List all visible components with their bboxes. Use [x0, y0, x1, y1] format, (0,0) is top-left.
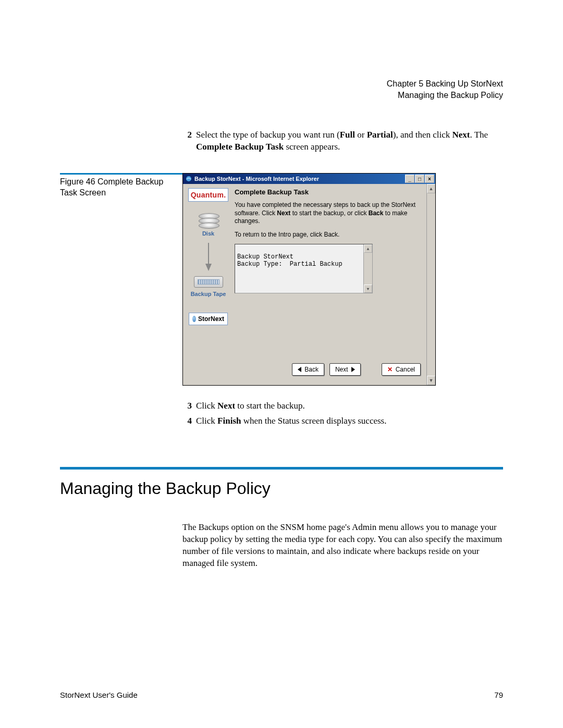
step-text: Click Next to start the backup.: [196, 400, 305, 412]
backup-summary-box: Backup StorNext Backup Type: Partial Bac…: [235, 244, 373, 293]
cancel-button-label: Cancel: [396, 366, 415, 373]
next-button-label: Next: [335, 366, 348, 373]
step-text: Click Finish when the Status screen disp…: [196, 415, 386, 427]
wizard-title: Complete Backup Task: [235, 188, 421, 196]
close-icon[interactable]: ×: [425, 175, 434, 183]
triangle-left-icon: [298, 367, 301, 372]
step-text: Select the type of backup you want run (…: [196, 129, 503, 153]
wizard-main-panel: Complete Backup Task You have completed …: [230, 187, 432, 349]
header-subtitle: Managing the Backup Policy: [60, 90, 503, 101]
footer-page-number: 79: [494, 690, 503, 699]
window-scrollbar[interactable]: ▲ ▼: [426, 184, 435, 385]
quantum-logo: Quantum.: [188, 188, 229, 202]
summary-line-1: Backup StorNext: [237, 253, 293, 261]
tape-drive-icon: Backup Tape: [191, 276, 226, 297]
section-body: The Backups option on the SNSM home page…: [182, 522, 503, 570]
stornext-glyph-icon: [192, 316, 196, 322]
minimize-icon[interactable]: _: [405, 175, 414, 183]
wizard-sidebar: Quantum. Disk: [186, 187, 230, 349]
disk-icon: Disk: [199, 213, 218, 237]
wizard-paragraph-1: You have completed the necessary steps t…: [235, 201, 421, 226]
screenshot-window: Backup StorNext - Microsoft Internet Exp…: [182, 173, 436, 386]
wizard-paragraph-2: To return to the Intro page, click Back.: [235, 231, 421, 239]
step-2: 2 Select the type of backup you want run…: [182, 129, 503, 153]
page-header: Chapter 5 Backing Up StorNext Managing t…: [60, 78, 503, 101]
step-number: 2: [182, 129, 192, 153]
ie-icon: [185, 175, 192, 182]
back-button-label: Back: [304, 366, 319, 373]
page-footer: StorNext User's Guide 79: [60, 690, 503, 699]
footer-left: StorNext User's Guide: [60, 690, 138, 699]
step-number: 4: [182, 415, 192, 427]
summary-line-2: Backup Type: Partial Backup: [237, 261, 342, 268]
window-titlebar: Backup StorNext - Microsoft Internet Exp…: [183, 174, 435, 184]
cancel-x-icon: ✕: [387, 366, 393, 373]
summary-scrollbar[interactable]: ▲ ▼: [363, 244, 372, 293]
disk-label: Disk: [202, 230, 214, 237]
triangle-right-icon: [351, 367, 355, 372]
maximize-icon[interactable]: □: [415, 175, 424, 183]
scroll-down-icon[interactable]: ▼: [427, 376, 435, 385]
arrow-down-icon: [205, 243, 212, 271]
tape-label: Backup Tape: [191, 291, 226, 297]
stornext-label: StorNext: [198, 315, 224, 323]
figure-caption: Figure 46 Complete Backup Task Screen: [60, 177, 182, 199]
scroll-up-icon[interactable]: ▲: [364, 244, 372, 253]
scroll-down-icon[interactable]: ▼: [364, 285, 372, 293]
stornext-logo: StorNext: [189, 313, 228, 325]
wizard-button-bar: Back Next ✕ Cancel: [292, 363, 421, 376]
step-number: 3: [182, 400, 192, 412]
header-chapter: Chapter 5 Backing Up StorNext: [60, 78, 503, 90]
step-4: 4 Click Finish when the Status screen di…: [182, 415, 503, 427]
window-title: Backup StorNext - Microsoft Internet Exp…: [194, 176, 405, 182]
section-heading: Managing the Backup Policy: [60, 479, 503, 498]
next-button[interactable]: Next: [329, 363, 361, 376]
back-button[interactable]: Back: [292, 363, 324, 376]
step-3: 3 Click Next to start the backup.: [182, 400, 503, 412]
scroll-up-icon[interactable]: ▲: [427, 184, 435, 193]
cancel-button[interactable]: ✕ Cancel: [382, 363, 421, 376]
